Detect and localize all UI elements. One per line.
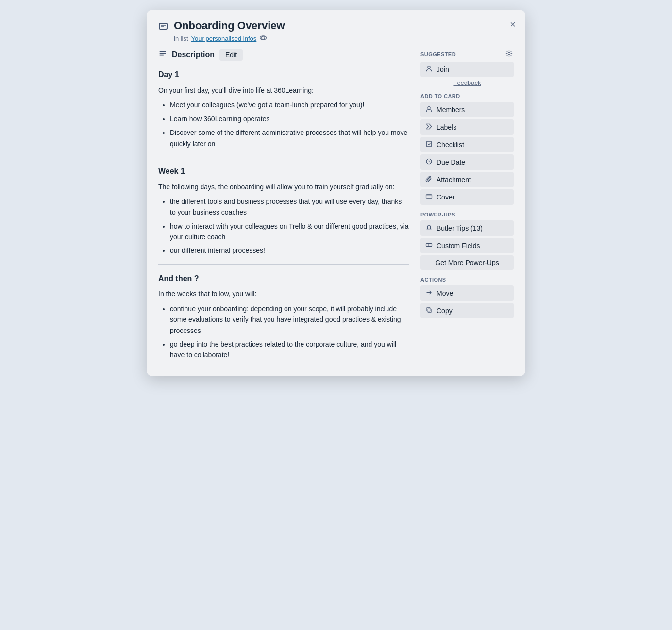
subtitle-prefix: in list bbox=[174, 35, 188, 42]
labels-icon bbox=[425, 123, 433, 132]
cover-label: Cover bbox=[437, 193, 454, 201]
list-link[interactable]: Your personalised infos bbox=[191, 35, 257, 42]
attachment-icon bbox=[425, 175, 433, 184]
day1-list: Meet your colleagues (we've got a team-l… bbox=[158, 99, 409, 149]
description-header: Description Edit bbox=[158, 49, 409, 61]
svg-rect-15 bbox=[426, 229, 432, 230]
andthen-heading: And then ? bbox=[158, 272, 409, 285]
card-modal: Onboarding Overview in list Your persona… bbox=[147, 10, 525, 376]
svg-rect-11 bbox=[426, 142, 432, 147]
get-more-button[interactable]: Get More Power-Ups bbox=[420, 255, 514, 270]
edit-button[interactable]: Edit bbox=[219, 49, 243, 61]
join-label: Join bbox=[437, 66, 449, 73]
svg-point-9 bbox=[428, 66, 430, 69]
checklist-label: Checklist bbox=[437, 141, 464, 149]
suggested-label: SUGGESTED bbox=[420, 51, 456, 57]
move-icon bbox=[425, 289, 433, 298]
butler-tips-button[interactable]: Butler Tips (13) bbox=[420, 220, 514, 236]
due-date-button[interactable]: Due Date bbox=[420, 154, 514, 170]
actions-label: ACTIONS bbox=[420, 277, 514, 282]
power-ups-label: POWER-UPS bbox=[420, 212, 514, 217]
cover-button[interactable]: Cover bbox=[420, 189, 514, 205]
labels-label: Labels bbox=[437, 123, 456, 131]
content-area: Day 1 On your first day, you'll dive int… bbox=[158, 68, 409, 360]
butler-tips-label: Butler Tips (13) bbox=[437, 224, 483, 232]
list-item: Learn how 360Learning operates bbox=[170, 114, 409, 124]
members-label: Members bbox=[437, 106, 465, 114]
day1-intro: On your first day, you'll dive into life… bbox=[158, 85, 409, 96]
custom-fields-label: Custom Fields bbox=[437, 242, 480, 249]
close-button[interactable]: × bbox=[508, 17, 518, 31]
move-label: Move bbox=[437, 289, 453, 297]
card-icon bbox=[158, 21, 168, 33]
members-button[interactable]: Members bbox=[420, 102, 514, 117]
card-subtitle: in list Your personalised infos bbox=[174, 34, 514, 43]
join-button[interactable]: Join bbox=[420, 62, 514, 77]
move-button[interactable]: Move bbox=[420, 285, 514, 301]
list-item: our different internal processes! bbox=[170, 245, 409, 256]
custom-fields-button[interactable]: Custom Fields bbox=[420, 238, 514, 253]
list-item: how to interact with your colleagues on … bbox=[170, 221, 409, 243]
main-content: Description Edit Day 1 On your first day… bbox=[158, 49, 420, 364]
title-block: Onboarding Overview in list Your persona… bbox=[174, 19, 514, 43]
svg-rect-14 bbox=[426, 195, 432, 196]
list-item: continue your onboarding: depending on y… bbox=[170, 303, 409, 336]
svg-point-10 bbox=[428, 107, 430, 109]
copy-label: Copy bbox=[437, 307, 453, 315]
cover-icon bbox=[425, 193, 433, 201]
divider bbox=[158, 264, 409, 265]
svg-point-3 bbox=[262, 36, 265, 39]
custom-fields-icon bbox=[425, 241, 433, 250]
checklist-icon bbox=[425, 140, 433, 149]
checklist-button[interactable]: Checklist bbox=[420, 137, 514, 152]
list-item: Discover some of the different administr… bbox=[170, 127, 409, 149]
list-item: the different tools and business process… bbox=[170, 196, 409, 218]
svg-rect-19 bbox=[427, 308, 430, 312]
gear-button[interactable] bbox=[504, 49, 514, 60]
modal-header: Onboarding Overview in list Your persona… bbox=[147, 10, 525, 49]
feedback-link[interactable]: Feedback bbox=[420, 79, 514, 86]
butler-icon bbox=[425, 224, 433, 232]
list-item: Meet your colleagues (we've got a team-l… bbox=[170, 99, 409, 110]
copy-button[interactable]: Copy bbox=[420, 303, 514, 318]
svg-rect-16 bbox=[426, 244, 432, 247]
list-item: go deep into the best practices related … bbox=[170, 339, 409, 361]
card-title: Onboarding Overview bbox=[174, 19, 514, 32]
divider bbox=[158, 157, 409, 157]
due-date-label: Due Date bbox=[437, 158, 465, 166]
copy-icon bbox=[425, 306, 433, 315]
week1-heading: Week 1 bbox=[158, 165, 409, 178]
svg-rect-0 bbox=[159, 23, 167, 29]
description-title: Description bbox=[172, 50, 215, 59]
sidebar: SUGGESTED Join Feedback ADD TO CARD Memb… bbox=[420, 49, 514, 364]
attachment-label: Attachment bbox=[437, 176, 471, 183]
modal-body: Description Edit Day 1 On your first day… bbox=[147, 49, 525, 376]
day1-heading: Day 1 bbox=[158, 68, 409, 81]
members-icon bbox=[425, 105, 433, 114]
labels-button[interactable]: Labels bbox=[420, 119, 514, 135]
watch-icon[interactable] bbox=[259, 34, 267, 43]
add-to-card-label: ADD TO CARD bbox=[420, 93, 514, 99]
person-icon bbox=[425, 65, 433, 74]
week1-intro: The following days, the onboarding will … bbox=[158, 182, 409, 192]
andthen-list: continue your onboarding: depending on y… bbox=[158, 303, 409, 361]
week1-list: the different tools and business process… bbox=[158, 196, 409, 256]
andthen-intro: In the weeks that follow, you will: bbox=[158, 288, 409, 299]
suggested-row: SUGGESTED bbox=[420, 49, 514, 60]
svg-rect-18 bbox=[428, 309, 431, 313]
attachment-button[interactable]: Attachment bbox=[420, 172, 514, 187]
description-icon bbox=[158, 50, 167, 60]
svg-point-8 bbox=[508, 53, 510, 55]
clock-icon bbox=[425, 158, 433, 166]
